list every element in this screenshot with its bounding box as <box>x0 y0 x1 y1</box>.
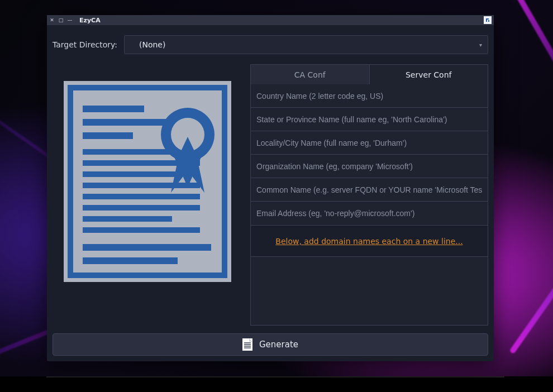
app-indicator-icon[interactable] <box>484 16 492 24</box>
target-directory-label: Target Directory: <box>53 40 117 49</box>
svg-rect-14 <box>83 227 200 233</box>
svg-rect-12 <box>83 205 200 211</box>
window-title: EzyCA <box>79 17 101 24</box>
common-name-field[interactable] <box>251 178 488 202</box>
svg-rect-1 <box>488 20 489 22</box>
certificate-icon <box>64 81 231 282</box>
domains-hint: Below, add domain names each on a new li… <box>250 226 488 257</box>
config-tabs: CA Conf Server Conf <box>250 64 488 84</box>
close-icon[interactable]: ✕ <box>49 17 55 23</box>
chevron-down-icon: ▾ <box>479 42 482 48</box>
app-window: ✕ □ — EzyCA Target Directory: (None) ▾ <box>47 15 494 361</box>
target-directory-combo[interactable]: (None) ▾ <box>124 35 488 54</box>
organization-name-field[interactable] <box>251 155 488 178</box>
svg-rect-13 <box>83 216 172 222</box>
minimize-icon[interactable]: — <box>67 17 73 23</box>
country-name-field[interactable] <box>251 84 488 108</box>
svg-rect-0 <box>485 17 490 23</box>
state-name-field[interactable] <box>251 108 488 131</box>
svg-rect-4 <box>83 106 144 112</box>
svg-rect-15 <box>83 244 211 251</box>
svg-rect-6 <box>83 132 133 139</box>
generate-button-label: Generate <box>259 340 298 350</box>
svg-rect-9 <box>83 171 178 177</box>
svg-rect-5 <box>83 119 166 126</box>
tab-ca-conf[interactable]: CA Conf <box>251 65 370 84</box>
target-directory-value: (None) <box>139 40 165 49</box>
domains-hint-text: Below, add domain names each on a new li… <box>275 237 463 246</box>
svg-rect-10 <box>83 183 200 188</box>
document-icon <box>242 338 252 351</box>
email-address-field[interactable] <box>251 202 488 225</box>
maximize-icon[interactable]: □ <box>58 17 64 23</box>
tab-server-conf[interactable]: Server Conf <box>370 65 488 84</box>
certificate-illustration <box>53 64 242 326</box>
locality-name-field[interactable] <box>251 131 488 155</box>
generate-button[interactable]: Generate <box>53 333 488 356</box>
svg-rect-11 <box>83 194 200 199</box>
svg-rect-16 <box>83 257 178 264</box>
titlebar[interactable]: ✕ □ — EzyCA <box>47 15 494 25</box>
domains-textarea[interactable] <box>250 257 488 326</box>
